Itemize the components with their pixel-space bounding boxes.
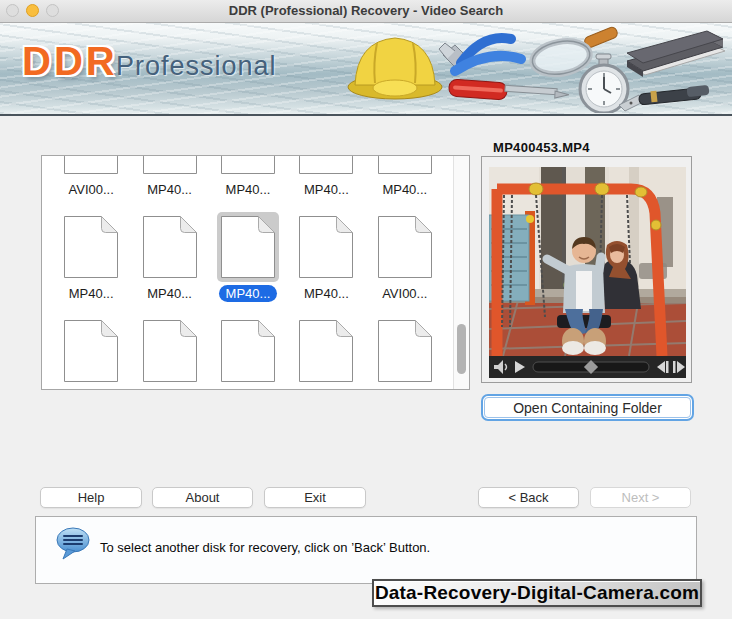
banner-tools-art (343, 25, 729, 113)
timeline-slider[interactable] (533, 360, 649, 374)
file-icon (295, 316, 357, 386)
open-containing-folder-button[interactable]: Open Containing Folder (484, 397, 691, 418)
file-icon (60, 212, 122, 282)
file-item[interactable]: AVI00... (60, 316, 122, 389)
volume-icon[interactable] (494, 360, 507, 374)
grid-scrollbar[interactable] (453, 156, 469, 389)
file-label: MP40... (140, 181, 199, 198)
file-icon (139, 316, 201, 386)
app-logo: DDR (22, 39, 118, 84)
grid-scrollbar-thumb[interactable] (457, 324, 466, 374)
recovered-files-grid: AVI00...MP40...MP40...MP40...MP40...MP40… (41, 155, 470, 390)
exit-button[interactable]: Exit (264, 487, 366, 508)
screwdriver-icon (448, 79, 569, 100)
file-item[interactable]: MP40... (60, 212, 122, 302)
preview-filename: MP400453.MP4 (488, 140, 595, 155)
website-badge: Data-Recovery-Digital-Camera.com (372, 579, 702, 607)
back-button[interactable]: < Back (478, 487, 579, 508)
status-message-text: To select another disk for recovery, cli… (100, 540, 430, 555)
video-frame-image (489, 167, 686, 356)
file-icon (217, 212, 279, 282)
file-item[interactable]: MP40... (139, 156, 201, 198)
file-label: MP40... (297, 285, 356, 302)
header-banner: DDR Professional (0, 23, 732, 116)
file-item[interactable]: MP40... (217, 212, 279, 302)
file-label: AVI00... (375, 285, 434, 302)
status-message-box: To select another disk for recovery, cli… (35, 516, 697, 584)
file-item[interactable]: MP40... (295, 316, 357, 389)
hard-hat-icon (348, 38, 442, 99)
file-icon (217, 316, 279, 386)
book-icon (627, 31, 725, 77)
video-preview (489, 167, 686, 378)
app-logo-tagline: Professional (116, 51, 277, 82)
window-title: DDR (Professional) Recovery - Video Sear… (0, 0, 732, 22)
frame-back-icon[interactable] (657, 361, 669, 373)
frame-forward-icon[interactable] (673, 361, 685, 373)
fountain-pen-icon (619, 85, 709, 111)
website-badge-text: Data-Recovery-Digital-Camera.com (375, 582, 699, 604)
file-label: MP40... (219, 285, 278, 302)
file-row: AVI00...MP40...MP40...MP40...MP40... (52, 156, 444, 198)
speech-bubble-icon (56, 527, 92, 561)
file-item[interactable]: MP40... (374, 156, 436, 198)
file-icon (295, 156, 357, 178)
file-row: MP40...MP40...MP40...MP40...AVI00... (52, 212, 444, 302)
play-icon[interactable] (515, 361, 525, 373)
file-icon (374, 156, 436, 178)
file-icon (139, 212, 201, 282)
file-label: AVI00... (62, 181, 121, 198)
preview-panel: MP400453.MP4 (481, 156, 692, 383)
file-item[interactable]: MP40... (374, 316, 436, 389)
file-row: AVI00...MP40...MP40...MP40...MP40... (52, 316, 444, 389)
file-icon (60, 156, 122, 178)
file-item[interactable]: AVI00... (374, 212, 436, 302)
file-label: MP40... (62, 285, 121, 302)
next-button: Next > (590, 487, 691, 508)
file-label: MP40... (140, 285, 199, 302)
file-item[interactable]: MP40... (295, 156, 357, 198)
video-controls-bar (489, 356, 686, 378)
open-folder-focus-ring: Open Containing Folder (481, 394, 694, 421)
file-label: MP40... (297, 181, 356, 198)
file-icon (374, 316, 436, 386)
pliers-icon (439, 38, 521, 71)
file-grid-rows: AVI00...MP40...MP40...MP40...MP40...MP40… (42, 156, 454, 389)
file-icon (217, 156, 279, 178)
file-item[interactable]: MP40... (295, 212, 357, 302)
file-icon (60, 316, 122, 386)
help-button[interactable]: Help (40, 487, 142, 508)
file-item[interactable]: AVI00... (60, 156, 122, 198)
file-item[interactable]: MP40... (217, 316, 279, 389)
file-label: MP40... (219, 181, 278, 198)
file-icon (295, 212, 357, 282)
file-icon (139, 156, 201, 178)
title-bar: DDR (Professional) Recovery - Video Sear… (0, 0, 732, 23)
file-item[interactable]: MP40... (139, 212, 201, 302)
file-label: MP40... (375, 181, 434, 198)
file-item[interactable]: MP40... (217, 156, 279, 198)
file-item[interactable]: MP40... (139, 316, 201, 389)
about-button[interactable]: About (152, 487, 253, 508)
file-icon (374, 212, 436, 282)
